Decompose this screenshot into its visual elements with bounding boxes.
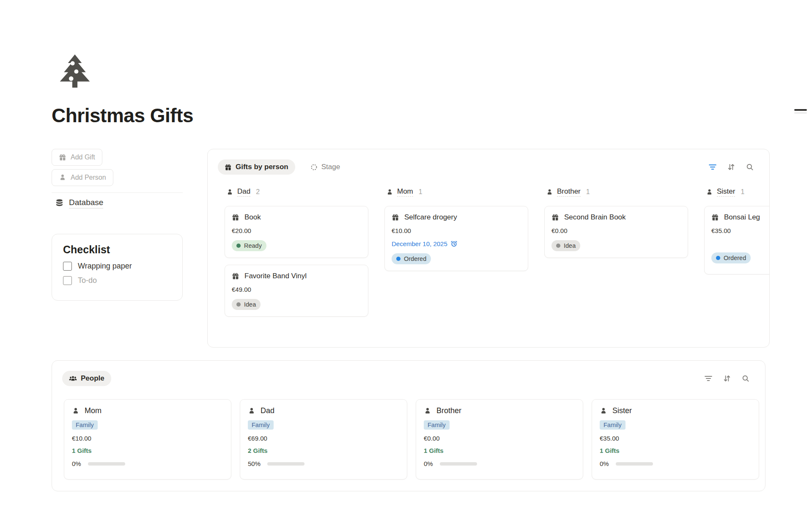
alarm-clock-icon	[450, 240, 458, 247]
person-icon	[600, 407, 607, 415]
gift-title: Bonsai Leg	[724, 213, 760, 222]
status-dot-icon	[396, 257, 401, 261]
person-name: Mom	[85, 406, 102, 415]
gifts-count: 1 Gifts	[424, 447, 575, 454]
gift-price: €10.00	[392, 227, 521, 234]
gift-card-second-brain-book[interactable]: Second Brain Book €0.00 Idea	[544, 206, 688, 258]
database-label: Database	[69, 198, 103, 208]
database-link[interactable]: Database	[55, 198, 103, 208]
reminder-date[interactable]: December 10, 2025	[392, 240, 521, 247]
family-tag: Family	[600, 420, 625, 430]
gift-card-bonsai[interactable]: Bonsai Leg €35.00 Ordered	[704, 206, 770, 274]
gift-price: €20.00	[232, 227, 361, 234]
search-icon[interactable]	[745, 162, 755, 172]
add-person-label: Add Person	[71, 174, 106, 181]
checkbox-icon[interactable]	[63, 276, 72, 285]
status-dot-icon	[236, 302, 241, 307]
tab-label: People	[81, 374, 104, 383]
checklist-item-todo[interactable]: To-do	[63, 276, 171, 285]
status-badge[interactable]: Ready	[232, 240, 266, 251]
database-icon	[55, 199, 64, 208]
person-icon	[226, 189, 233, 196]
progress-bar	[440, 462, 477, 466]
gifts-count: 1 Gifts	[72, 447, 223, 454]
person-name: Brother	[436, 406, 461, 415]
person-name: Sister	[612, 406, 632, 415]
people-panel: People Mom Family €10.00 1 Gifts 0%	[52, 360, 765, 491]
progress-bar	[267, 462, 304, 466]
column-count: 1	[586, 188, 590, 196]
sort-icon[interactable]	[726, 162, 736, 172]
person-price: €10.00	[72, 435, 223, 442]
status-dot-icon	[236, 244, 241, 248]
progress-label: 0%	[600, 460, 609, 467]
family-tag: Family	[72, 420, 98, 430]
person-icon	[706, 189, 713, 196]
filter-icon[interactable]	[708, 162, 718, 172]
gift-price: €35.00	[711, 227, 770, 234]
gift-card-favorite-band-vinyl[interactable]: Favorite Band Vinyl €49.00 Idea	[225, 265, 368, 317]
column-name[interactable]: Dad	[237, 187, 250, 197]
add-person-button[interactable]: Add Person	[52, 169, 113, 186]
christmas-tree-icon[interactable]	[58, 53, 91, 89]
progress-bar	[616, 462, 653, 466]
person-price: €69.00	[248, 435, 399, 442]
checklist-title: Checklist	[63, 244, 171, 256]
family-tag: Family	[424, 420, 450, 430]
add-gift-button[interactable]: Add Gift	[52, 149, 102, 166]
board-column-dad: Dad 2 Book €20.00 Ready Favorite Band Vi…	[225, 187, 368, 347]
search-icon[interactable]	[741, 373, 751, 384]
tab-gifts-by-person[interactable]: Gifts by person	[218, 159, 295, 175]
gift-icon	[392, 214, 399, 221]
tab-label: Stage	[321, 163, 340, 171]
board-column-brother: Brother 1 Second Brain Book €0.00 Idea	[544, 187, 688, 347]
family-tag: Family	[248, 420, 274, 430]
tab-label: Gifts by person	[236, 163, 288, 171]
column-name[interactable]: Mom	[397, 187, 413, 197]
column-name[interactable]: Sister	[717, 187, 735, 197]
board-column-mom: Mom 1 Selfcare drogery €10.00 December 1…	[384, 187, 528, 347]
status-badge[interactable]: Ordered	[392, 253, 431, 264]
gift-title: Favorite Band Vinyl	[244, 272, 307, 280]
person-icon	[386, 189, 393, 196]
person-card-mom[interactable]: Mom Family €10.00 1 Gifts 0%	[64, 399, 231, 480]
divider	[52, 192, 183, 193]
sort-icon[interactable]	[722, 373, 732, 384]
tab-stage[interactable]: Stage	[304, 159, 347, 175]
person-name: Dad	[261, 406, 274, 415]
notion-page: Christmas Gifts Add Gift Add Person Data…	[0, 0, 812, 507]
status-badge[interactable]: Idea	[551, 240, 580, 251]
status-badge[interactable]: Idea	[232, 299, 261, 310]
column-name[interactable]: Brother	[557, 187, 581, 197]
person-card-brother[interactable]: Brother Family €0.00 1 Gifts 0%	[416, 399, 583, 480]
person-card-dad[interactable]: Dad Family €69.00 2 Gifts 50%	[240, 399, 407, 480]
gift-card-book[interactable]: Book €20.00 Ready	[225, 206, 368, 258]
tab-people[interactable]: People	[62, 371, 111, 386]
gift-icon	[232, 272, 239, 280]
gift-icon	[551, 214, 559, 221]
progress-bar	[88, 462, 125, 466]
checklist-card: Checklist Wrapping paper To-do	[52, 234, 183, 301]
person-icon	[59, 174, 66, 181]
status-badge[interactable]: Ordered	[711, 252, 751, 263]
checklist-item-label: Wrapping paper	[78, 262, 132, 271]
column-count: 1	[741, 188, 744, 196]
gift-icon	[711, 214, 719, 221]
page-title: Christmas Gifts	[52, 104, 193, 127]
person-icon	[72, 407, 80, 415]
gift-icon	[225, 164, 232, 171]
filter-icon[interactable]	[703, 373, 713, 384]
progress-label: 0%	[424, 460, 433, 467]
checkbox-icon[interactable]	[63, 262, 72, 271]
people-icon	[69, 375, 77, 382]
person-card-sister[interactable]: Sister Family €35.00 1 Gifts 0%	[592, 399, 759, 480]
collapse-handle[interactable]	[794, 109, 807, 111]
gift-card-selfcare-drogery[interactable]: Selfcare drogery €10.00 December 10, 202…	[384, 206, 528, 271]
person-price: €35.00	[600, 435, 751, 442]
dashed-circle-icon	[310, 164, 318, 171]
progress-label: 50%	[248, 460, 261, 467]
gift-icon	[232, 214, 239, 221]
checklist-item-wrapping-paper[interactable]: Wrapping paper	[63, 262, 171, 271]
gifts-board-panel: Gifts by person Stage Dad 2	[207, 149, 770, 348]
gift-price: €49.00	[232, 286, 361, 293]
